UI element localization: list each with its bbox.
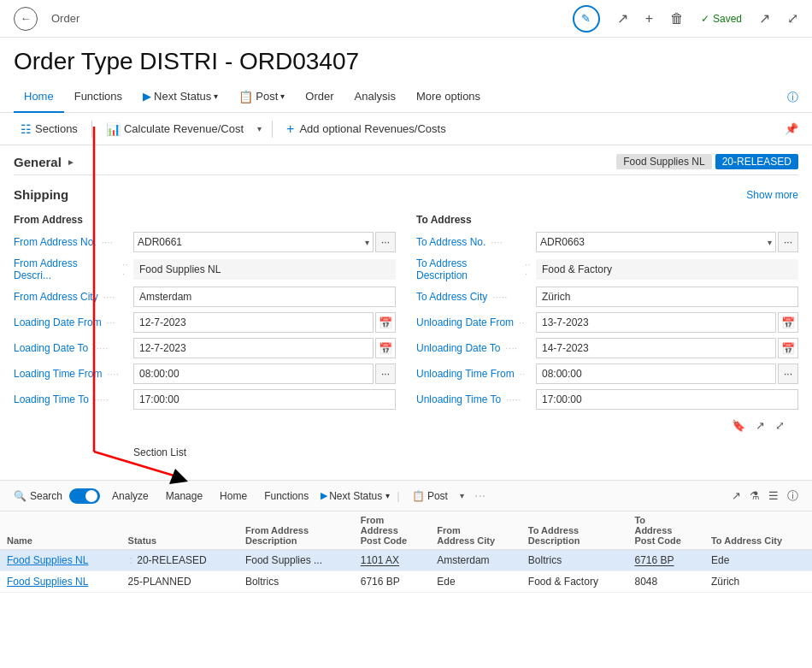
unloading-date-from-input[interactable] (536, 312, 776, 333)
loading-time-from-row: Loading Time From· · · · ··· (14, 361, 396, 387)
analyze-button[interactable]: Analyze (107, 488, 154, 504)
tab-next-status[interactable]: ▶Next Status ▾ (132, 82, 228, 113)
from-address-city-row: From Address City· · · · (14, 284, 396, 310)
row1-status: : 20-RELEASED (121, 550, 238, 571)
tab-home[interactable]: Home (14, 82, 64, 113)
analyze-toggle[interactable] (69, 488, 100, 504)
loading-date-from-value: 📅 (133, 312, 396, 333)
from-address-desc-row: From Address Descri...· · · (14, 255, 396, 284)
unloading-date-to-input[interactable] (536, 338, 776, 358)
to-address-no-label: To Address No.· · · · (416, 236, 536, 248)
row2-from-city: Ede (430, 571, 521, 593)
loading-time-from-btn[interactable]: ··· (375, 364, 396, 384)
functions-button[interactable]: Functions (259, 488, 314, 504)
filter-icon[interactable]: ⚗ (750, 489, 760, 502)
bottom-panel: 🔍 Search Analyze Manage Home Functions ▶… (0, 480, 812, 668)
calculate-dropdown[interactable]: ▾ (254, 124, 265, 133)
more-options-btn[interactable]: ··· (474, 488, 485, 504)
tab-functions[interactable]: Functions (64, 82, 132, 113)
back-button[interactable]: ← (14, 7, 38, 31)
expand-icon[interactable]: ⤢ (787, 10, 798, 27)
to-address-title: To Address (416, 207, 798, 229)
unloading-time-from-label: Unloading Time From· · (416, 368, 536, 380)
calculate-button[interactable]: 📊 Calculate Revenue/Cost (99, 119, 250, 139)
from-address-no-btn[interactable]: ··· (375, 232, 396, 252)
show-more-link[interactable]: Show more (746, 189, 798, 201)
toolbar: ☷ Sections 📊 Calculate Revenue/Cost ▾ + … (0, 113, 812, 145)
loading-time-from-input[interactable] (133, 364, 374, 384)
unloading-date-to-label: Unloading Date To· · · · (416, 342, 536, 354)
from-address-no-row: From Address No.· · · · ADR0661 ▾ ··· (14, 229, 396, 255)
add-icon[interactable]: + (645, 11, 653, 27)
row2-name[interactable]: Food Supplies NL (0, 571, 121, 593)
sections-button[interactable]: ☷ Sections (14, 119, 85, 139)
unloading-time-to-input[interactable] (536, 389, 798, 410)
to-address-city-label: To Address City· · · · · (416, 291, 536, 303)
to-address-desc-value (536, 259, 798, 280)
row2-from-post: 6716 BP (354, 571, 431, 593)
top-bar: ← Order ✎ ↗ + 🗑 ✓ Saved ↗ ⤢ (0, 0, 812, 38)
from-address-title: From Address (14, 207, 396, 229)
loading-date-from-calendar[interactable]: 📅 (375, 312, 396, 333)
add-revenues-button[interactable]: + Add optional Revenues/Costs (279, 118, 453, 140)
nav-tabs: Home Functions ▶Next Status ▾ 📋Post ▾ Or… (0, 82, 812, 113)
section-list-label: Section List (133, 446, 186, 458)
bookmark-icon[interactable]: 🔖 (732, 419, 745, 432)
to-address-desc-input[interactable] (536, 259, 798, 280)
manage-button[interactable]: Manage (161, 488, 208, 504)
tab-post[interactable]: 📋Post ▾ (228, 82, 295, 113)
toolbar-pin-icon[interactable]: 📌 (785, 122, 798, 135)
loading-time-to-input[interactable] (133, 389, 396, 410)
plus-icon: + (286, 121, 294, 137)
tab-analysis[interactable]: Analysis (344, 82, 406, 113)
unloading-time-to-value (536, 389, 798, 410)
search-button[interactable]: 🔍 Search (14, 490, 62, 502)
loading-date-to-input[interactable] (133, 338, 374, 358)
external-link-icon[interactable]: ↗ (759, 10, 770, 27)
bottom-toolbar-right: ↗ ⚗ ☰ ⓘ (732, 488, 798, 504)
post-dropdown[interactable]: ▾ (460, 491, 464, 500)
home-button[interactable]: Home (215, 488, 252, 504)
general-section-header: General ► Food Supplies NL 20-RELEASED (14, 145, 798, 175)
next-status-button[interactable]: ▶ Next Status ▾ (321, 490, 390, 502)
post-button[interactable]: 📋 Post (407, 488, 453, 504)
app-title: Order (51, 12, 79, 25)
info-icon-bt[interactable]: ⓘ (787, 488, 798, 504)
share-icon-bottom[interactable]: ↗ (756, 419, 765, 432)
unloading-date-from-row: Unloading Date From· · 📅 (416, 310, 798, 335)
from-address-city-value (133, 287, 396, 307)
shipping-section-header: Shipping Show more (14, 179, 798, 207)
delete-icon[interactable]: 🗑 (670, 11, 684, 27)
table-row[interactable]: Food Supplies NL : 20-RELEASED Food Supp… (0, 550, 812, 571)
from-address-city-input[interactable] (133, 287, 396, 307)
table-row[interactable]: Food Supplies NL 25-PLANNED Boltrics 671… (0, 571, 812, 593)
share-icon[interactable]: ↗ (617, 10, 628, 27)
to-address-no-select[interactable]: ADR0663 ▾ (536, 232, 776, 252)
row2-status: 25-PLANNED (121, 571, 238, 593)
row1-from-desc: Food Supplies ... (238, 550, 354, 571)
to-address-section: To Address To Address No.· · · · ADR0663… (416, 207, 798, 412)
expand-icon-bottom[interactable]: ⤢ (775, 419, 785, 432)
share-icon-bt[interactable]: ↗ (732, 489, 741, 502)
from-address-desc-input[interactable] (133, 259, 396, 280)
unloading-date-from-calendar[interactable]: 📅 (778, 312, 798, 333)
unloading-date-to-calendar[interactable]: 📅 (778, 338, 798, 358)
unloading-time-from-btn[interactable]: ··· (778, 364, 798, 384)
toggle-dot (85, 490, 97, 502)
list-icon[interactable]: ☰ (768, 489, 779, 502)
tab-order[interactable]: Order (295, 82, 344, 113)
edit-button[interactable]: ✎ (573, 5, 600, 33)
tab-more-options[interactable]: More options (406, 82, 491, 113)
loading-time-to-label: Loading Time To· · · · · (14, 393, 133, 405)
loading-date-from-input[interactable] (133, 312, 374, 333)
loading-date-to-calendar[interactable]: 📅 (375, 338, 396, 358)
row2-to-desc: Food & Factory (521, 571, 628, 593)
to-address-no-value: ADR0663 ▾ ··· (536, 232, 798, 252)
to-address-no-btn[interactable]: ··· (778, 232, 798, 252)
to-address-city-input[interactable] (536, 287, 798, 307)
from-address-no-select[interactable]: ADR0661 ▾ (133, 232, 374, 252)
row1-name[interactable]: Food Supplies NL (0, 550, 121, 571)
unloading-time-from-input[interactable] (536, 364, 776, 384)
info-icon[interactable]: ⓘ (787, 90, 798, 105)
unloading-date-from-value: 📅 (536, 312, 798, 333)
